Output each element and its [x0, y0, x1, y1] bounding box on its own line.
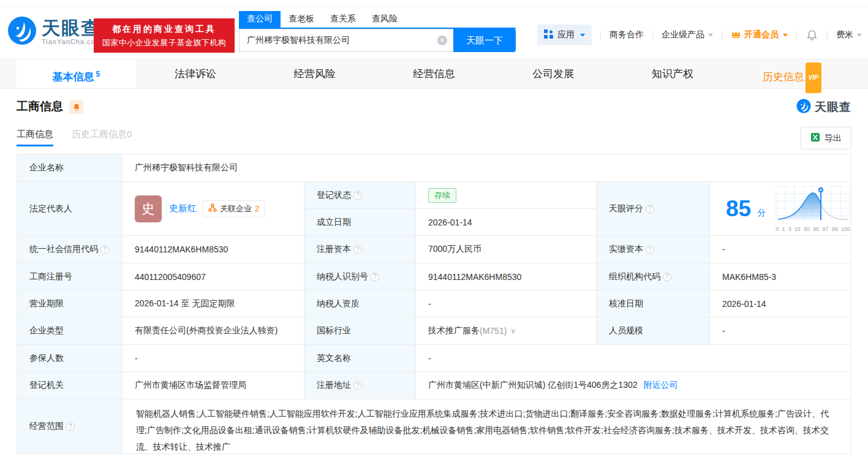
- export-button[interactable]: 导出: [801, 127, 851, 149]
- field-value-taxpayer-quality: -: [416, 290, 597, 317]
- field-value-industry: 技术推广服务 (M751) ∨: [416, 317, 597, 345]
- tab-label: 法律诉讼: [175, 68, 216, 80]
- nav-divider: [600, 31, 601, 40]
- search-tab-relation[interactable]: 查关系: [322, 11, 364, 28]
- field-value-english-name: -: [416, 345, 851, 372]
- field-value-reg-number: 440112005409607: [123, 263, 304, 290]
- tab-history-info[interactable]: 历史信息VIP1?: [732, 59, 851, 88]
- field-value-credit-code: 91440112MAK6HM8530: [123, 236, 304, 263]
- nearby-companies-link[interactable]: 附近公司: [644, 380, 678, 391]
- avatar[interactable]: 史: [135, 195, 162, 222]
- tab-label: 公司发展: [532, 68, 574, 80]
- help-icon[interactable]: ?: [353, 381, 362, 390]
- field-label-insured-count: 参保人数: [17, 345, 123, 372]
- tab-intellectual-property[interactable]: 知识产权: [613, 59, 733, 88]
- field-label-reg-status: 登记状态 ?: [304, 182, 416, 209]
- subscribe-bell-icon[interactable]: [69, 100, 83, 114]
- tianyancha-logo-icon: [7, 16, 37, 48]
- related-companies-badge[interactable]: 关联企业 2: [203, 200, 265, 217]
- help-icon[interactable]: ?: [663, 273, 671, 281]
- chevron-down-icon: [580, 34, 585, 37]
- search-button[interactable]: 天眼一下: [453, 29, 516, 52]
- subtab-history-info[interactable]: 历史工商信息0: [72, 129, 132, 146]
- score-unit: 分: [757, 208, 766, 219]
- apps-menu[interactable]: 应用: [537, 25, 592, 45]
- header-nav: 应用 商务合作 企业级产品 开通会员: [537, 25, 862, 45]
- vip-upgrade-link[interactable]: 开通会员: [731, 29, 788, 40]
- tab-company-development[interactable]: 公司发展: [494, 59, 613, 88]
- business-info-section: 工商信息 天眼查 工商信息 历史工商信息0: [0, 89, 868, 454]
- field-label-org-code: 组织机构代码?: [597, 263, 710, 290]
- field-value-reg-address: 广州市黄埔区(中新广州知识城) 亿创街1号406房之1302 附近公司: [416, 372, 851, 399]
- help-icon[interactable]: ?: [371, 273, 379, 281]
- top-divider: [0, 6, 868, 7]
- field-value-approval-date: 2026-01-14: [710, 290, 851, 317]
- help-icon[interactable]: ?: [646, 245, 654, 254]
- user-menu[interactable]: 费米: [836, 29, 862, 40]
- field-label-taxpayer-id: 纳税人识别号?: [304, 263, 416, 290]
- enterprise-label: 企业级产品: [662, 29, 704, 40]
- expand-chevron-icon[interactable]: ∨: [510, 327, 516, 335]
- vip-label: 开通会员: [744, 29, 779, 40]
- search-tab-boss[interactable]: 查老板: [281, 11, 322, 28]
- watermark-logo: 天眼查: [796, 99, 851, 116]
- tab-operating-info[interactable]: 经营信息: [374, 59, 494, 88]
- apps-grid-icon: [544, 29, 553, 40]
- field-label-reg-address: 注册地址?: [304, 372, 416, 399]
- status-badge: 存续: [428, 188, 456, 203]
- tab-count: 5: [96, 70, 100, 78]
- excel-icon: [810, 132, 820, 144]
- tab-label: 历史信息: [763, 71, 804, 83]
- search-area: 查公司 查老板 查关系 查风险 ✕ 天眼一下: [239, 11, 516, 52]
- tianyancha-company-page: 天眼查 TianYanCha.com 都在用的商业查询工具 国家中小企业发展子基…: [0, 0, 868, 465]
- nav-divider: [652, 31, 653, 40]
- promo-line2: 国家中小企业发展子基金旗下机构: [94, 36, 235, 50]
- tab-label: 知识产权: [652, 68, 693, 80]
- tab-operating-risk[interactable]: 经营风险: [255, 59, 374, 88]
- field-value-company-name: 广州稀宇极智科技有限公司: [123, 154, 851, 182]
- subtab-current-info[interactable]: 工商信息: [17, 129, 53, 146]
- nav-enterprise[interactable]: 企业级产品: [662, 29, 713, 40]
- notification-bell-icon[interactable]: [807, 29, 817, 40]
- field-label-business-term: 营业期限: [17, 290, 123, 317]
- brand-name: 天眼查: [42, 18, 102, 38]
- help-icon[interactable]: ?: [353, 191, 362, 200]
- crown-icon: [731, 29, 741, 40]
- search-tab-risk[interactable]: 查风险: [364, 11, 406, 28]
- org-network-icon: [208, 203, 217, 214]
- nav-divider: [722, 31, 722, 40]
- search-tabs: 查公司 查老板 查关系 查风险: [239, 11, 516, 29]
- related-count: 2: [255, 204, 259, 213]
- related-badge-label: 关联企业: [220, 203, 252, 214]
- nav-divider: [827, 31, 828, 40]
- field-value-legal-rep: 史 史新红 关联企业 2: [123, 182, 304, 236]
- field-label-business-scope: 经营范围?: [17, 399, 123, 453]
- business-info-subtabs: 工商信息 历史工商信息0: [17, 128, 851, 146]
- clear-icon[interactable]: ✕: [437, 36, 447, 45]
- legal-rep-name-link[interactable]: 史新红: [169, 203, 197, 214]
- help-icon[interactable]: ?: [353, 245, 362, 254]
- tab-basic-info[interactable]: 基本信息5: [17, 59, 136, 88]
- industry-code: (M751): [480, 326, 507, 336]
- field-value-reg-capital: 7000万人民币: [416, 236, 597, 263]
- tab-legal-proceedings[interactable]: 法律诉讼: [136, 59, 255, 88]
- field-value-insured-count: -: [123, 345, 304, 372]
- help-icon[interactable]: ?: [66, 422, 75, 431]
- chevron-down-icon: [857, 34, 862, 37]
- help-icon[interactable]: ?: [646, 205, 654, 213]
- field-value-company-type: 有限责任公司(外商投资企业法人独资): [123, 317, 304, 345]
- tyc-score-cell: 85 分: [710, 182, 851, 236]
- field-label-company-name: 企业名称: [17, 154, 123, 182]
- field-value-reg-authority: 广州市黄埔区市场监督管理局: [123, 372, 304, 399]
- field-label-reg-capital: 注册资本?: [304, 236, 416, 263]
- help-icon[interactable]: ?: [100, 245, 109, 254]
- site-logo[interactable]: 天眼查 TianYanCha.com: [7, 16, 102, 48]
- search-tab-company[interactable]: 查公司: [239, 11, 281, 28]
- section-title: 工商信息: [17, 99, 63, 115]
- field-label-industry: 国标行业: [304, 317, 416, 345]
- tab-label: 经营风险: [294, 68, 336, 80]
- nav-cooperation[interactable]: 商务合作: [609, 29, 644, 40]
- search-input[interactable]: [239, 29, 453, 52]
- score-distribution-chart: 0131550859799100: [776, 186, 850, 232]
- score-axis-labels: 0131550859799100: [776, 226, 850, 232]
